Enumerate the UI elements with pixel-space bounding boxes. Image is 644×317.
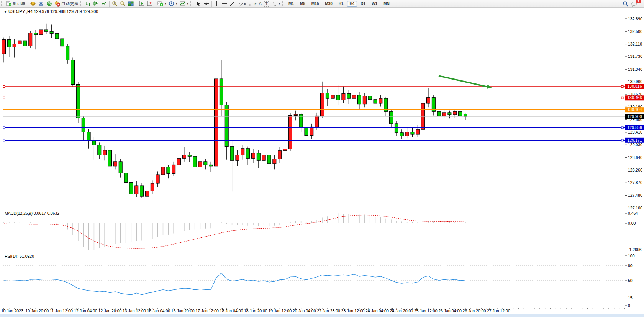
tile-windows-icon xyxy=(128,1,134,7)
candle xyxy=(236,155,239,161)
indicator-window-add-button[interactable] xyxy=(146,0,154,7)
profile-button[interactable] xyxy=(37,0,45,7)
svg-text:18 Jan 04:00: 18 Jan 04:00 xyxy=(220,309,243,313)
templates-caret-icon[interactable]: ▾ xyxy=(187,2,188,5)
candle xyxy=(145,191,149,197)
search-button[interactable] xyxy=(621,0,630,7)
svg-text:0.00: 0.00 xyxy=(628,221,636,225)
candle xyxy=(39,30,43,35)
line-chart-icon xyxy=(101,1,107,7)
svg-text:132.110: 132.110 xyxy=(628,42,642,46)
periods-caret-icon[interactable]: ▾ xyxy=(176,2,177,5)
profile-icon xyxy=(38,1,44,7)
status-strip xyxy=(0,314,644,317)
indicators-caret-icon[interactable]: ▾ xyxy=(165,2,166,5)
svg-text:0.464: 0.464 xyxy=(628,211,638,216)
candle xyxy=(13,44,16,47)
equidistant-channel-tool[interactable]: E xyxy=(236,0,247,7)
candle xyxy=(305,128,308,136)
candle xyxy=(182,155,186,158)
candle xyxy=(326,93,329,99)
timeframe-M15[interactable]: M15 xyxy=(309,1,321,7)
candle xyxy=(251,153,255,158)
zoom-in-icon xyxy=(112,1,118,7)
new-order-button[interactable]: 新订单 xyxy=(5,0,26,7)
notifications-button[interactable]: 1 xyxy=(630,0,639,7)
candle xyxy=(172,165,175,173)
autotrade-icon xyxy=(54,1,60,7)
indicators-add-icon xyxy=(157,1,163,7)
autotrade-label: 自动交易 xyxy=(61,1,78,7)
candle xyxy=(198,162,202,167)
candle xyxy=(177,158,181,165)
market-watch-button[interactable] xyxy=(29,0,37,7)
arrows-tool[interactable]: ▾ xyxy=(270,0,281,7)
autotrade-button[interactable]: 自动交易 xyxy=(53,0,79,7)
svg-text:10 Jan 20:00: 10 Jan 20:00 xyxy=(25,309,49,313)
notification-badge[interactable]: 1 xyxy=(636,0,641,3)
indicators-button[interactable]: ▾ xyxy=(156,0,167,7)
zoom-in-button[interactable] xyxy=(111,0,119,7)
arrows-caret-icon[interactable]: ▾ xyxy=(279,2,280,5)
svg-text:22 Jan 23:00: 22 Jan 23:00 xyxy=(317,309,340,313)
crosshair-button[interactable] xyxy=(202,0,210,7)
zoom-out-icon xyxy=(120,1,126,7)
text-tool[interactable]: A xyxy=(257,0,263,7)
vertical-line-tool[interactable] xyxy=(213,0,220,7)
svg-text:24 Jan 20:00: 24 Jan 20:00 xyxy=(390,309,413,313)
periods-button[interactable]: ▾ xyxy=(167,0,179,7)
svg-text:132.890: 132.890 xyxy=(628,16,642,21)
candle xyxy=(82,118,85,132)
indicator-window-button[interactable] xyxy=(138,0,146,7)
text-label-icon: T xyxy=(264,1,269,7)
candle xyxy=(135,186,138,194)
candle xyxy=(151,183,154,191)
horizontal-line-tool[interactable] xyxy=(220,0,228,7)
line-chart-type-button[interactable] xyxy=(100,0,108,7)
fibonacci-tool[interactable]: F xyxy=(247,0,257,7)
tile-windows-button[interactable] xyxy=(127,0,135,7)
candle xyxy=(448,113,451,115)
zoom-out-button[interactable] xyxy=(119,0,127,7)
timeframe-M1[interactable]: M1 xyxy=(286,1,297,7)
gold-box-icon xyxy=(30,1,36,7)
bar-chart-type-button[interactable] xyxy=(84,0,92,7)
chart-title-text: USDJPY-,H4 129.976 129.988 129.789 129.9… xyxy=(8,9,98,14)
chart-canvas[interactable]: 132.890132.500132.110131.730131.340130.9… xyxy=(0,0,644,317)
signal-button[interactable] xyxy=(45,0,53,7)
candle xyxy=(246,149,250,158)
candle xyxy=(161,167,165,175)
trendline-icon xyxy=(229,1,235,7)
candle xyxy=(66,46,69,60)
svg-text:131.340: 131.340 xyxy=(628,67,642,72)
toolbar-grip[interactable] xyxy=(1,1,3,6)
collapse-chart-icon[interactable]: ▼ xyxy=(4,10,7,14)
svg-text:80: 80 xyxy=(628,263,633,268)
timeframe-H1[interactable]: H1 xyxy=(336,1,346,7)
chart-background xyxy=(0,8,644,317)
candle xyxy=(416,129,420,134)
timeframe-M30[interactable]: M30 xyxy=(322,1,335,7)
candle xyxy=(395,124,398,133)
svg-text:129.900: 129.900 xyxy=(628,114,642,119)
timeframe-MN[interactable]: MN xyxy=(381,1,392,7)
timeframe-D1[interactable]: D1 xyxy=(358,1,368,7)
text-label-tool[interactable]: T xyxy=(263,0,270,7)
templates-button[interactable]: ▾ xyxy=(179,0,190,7)
candle xyxy=(108,150,112,166)
cursor-button[interactable] xyxy=(194,0,202,7)
candle xyxy=(459,111,462,116)
candle xyxy=(310,127,313,135)
candlestick-type-button[interactable] xyxy=(92,0,100,7)
timeframe-W1[interactable]: W1 xyxy=(369,1,380,7)
candle xyxy=(140,186,144,196)
svg-text:16 Jan 04:00: 16 Jan 04:00 xyxy=(147,309,170,313)
svg-text:16 Jan 20:00: 16 Jan 20:00 xyxy=(171,309,195,313)
trendline-tool[interactable] xyxy=(228,0,236,7)
timeframe-H4[interactable]: H4 xyxy=(347,1,357,7)
candle xyxy=(374,100,377,103)
svg-text:50: 50 xyxy=(628,278,633,283)
svg-text:12 Jan 04:00: 12 Jan 04:00 xyxy=(74,309,97,313)
timeframe-M5[interactable]: M5 xyxy=(297,1,308,7)
new-order-label: 新订单 xyxy=(13,1,25,7)
